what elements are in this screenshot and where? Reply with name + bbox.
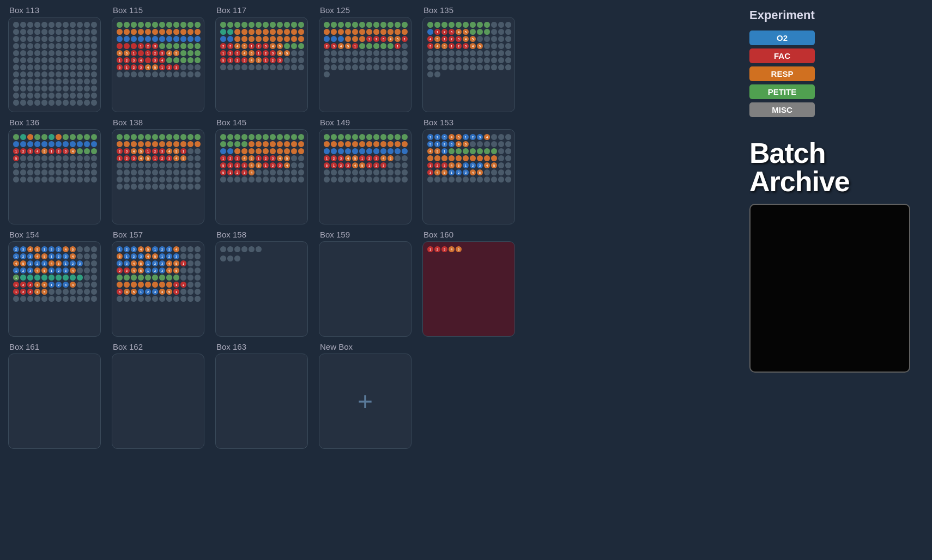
dot bbox=[373, 148, 379, 154]
dot bbox=[463, 50, 469, 56]
box-115-card[interactable]: 123 45112345 123434 512345123 bbox=[112, 17, 204, 112]
dot bbox=[63, 86, 69, 92]
box-135-dots: 12345 4512345 34512345 bbox=[426, 21, 511, 78]
new-box-card[interactable]: + bbox=[319, 354, 411, 449]
dot bbox=[227, 134, 233, 140]
dot bbox=[77, 148, 83, 154]
dot bbox=[20, 275, 26, 281]
legend-petite[interactable]: PETITE bbox=[749, 84, 815, 99]
dot bbox=[84, 78, 90, 84]
dot: 1 bbox=[324, 155, 330, 161]
dot bbox=[70, 93, 76, 99]
dot bbox=[366, 50, 372, 56]
dot bbox=[84, 176, 90, 182]
dot bbox=[77, 93, 83, 99]
dot bbox=[124, 141, 130, 147]
dot bbox=[345, 36, 351, 42]
dot bbox=[359, 29, 365, 35]
dot: 2 bbox=[180, 282, 186, 288]
dot bbox=[338, 29, 344, 35]
box-113-card[interactable] bbox=[8, 17, 101, 112]
box-158-card[interactable] bbox=[215, 241, 308, 337]
dot: 2 bbox=[152, 260, 158, 266]
dot bbox=[27, 64, 33, 70]
dot: 2 bbox=[166, 64, 172, 70]
dot bbox=[234, 29, 240, 35]
dot bbox=[395, 162, 401, 168]
dot: 3 bbox=[449, 141, 455, 147]
box-154-card[interactable]: 234512345 123451234 4512345123 123451234… bbox=[8, 241, 101, 337]
box-135-card[interactable]: 12345 4512345 34512345 bbox=[422, 17, 515, 112]
dot: 4 bbox=[145, 64, 151, 70]
dot bbox=[298, 36, 304, 42]
dot: 4 bbox=[70, 267, 76, 273]
box-145-card[interactable]: 1234512345 5123451234 51234 bbox=[215, 129, 308, 224]
dot: 5 bbox=[131, 289, 137, 295]
dot bbox=[152, 296, 158, 302]
dot bbox=[91, 93, 97, 99]
box-125-card[interactable]: 123451 234511 bbox=[319, 17, 411, 112]
box-159-card[interactable] bbox=[319, 241, 411, 337]
dot bbox=[484, 64, 490, 70]
box-153-card[interactable]: 123451234 512345 451 1234512345 34512345 bbox=[422, 129, 515, 224]
dot bbox=[298, 162, 304, 168]
box-163-card[interactable] bbox=[215, 354, 308, 449]
dot bbox=[227, 22, 233, 28]
dot bbox=[138, 134, 144, 140]
dot bbox=[402, 64, 408, 70]
box-138-card[interactable]: 2345123451 1234512345 bbox=[112, 129, 204, 224]
box-160-card[interactable]: 1 2 3 4 5 bbox=[422, 241, 515, 337]
dot: 3 bbox=[173, 253, 179, 259]
legend-o2[interactable]: O2 bbox=[749, 31, 815, 45]
legend-fac[interactable]: FAC bbox=[749, 48, 815, 63]
dot: 5 bbox=[345, 43, 351, 49]
box-162-card[interactable] bbox=[112, 354, 204, 449]
dot bbox=[84, 22, 90, 28]
dot bbox=[187, 176, 193, 182]
dot bbox=[124, 282, 130, 288]
dot bbox=[449, 57, 455, 63]
dot bbox=[152, 71, 158, 77]
dot: 1 bbox=[13, 275, 19, 281]
dot bbox=[505, 57, 511, 63]
dot: 2 bbox=[159, 246, 165, 252]
dot bbox=[131, 176, 137, 182]
dot bbox=[373, 29, 379, 35]
dot bbox=[359, 22, 365, 28]
dot bbox=[498, 64, 504, 70]
dot bbox=[434, 22, 440, 28]
box-157-card[interactable]: 123451234 512345123 2345123451 234512345… bbox=[112, 241, 204, 337]
dot bbox=[366, 141, 372, 147]
dot bbox=[180, 141, 186, 147]
dot bbox=[117, 71, 123, 77]
dot: 3 bbox=[131, 246, 137, 252]
dot bbox=[63, 29, 69, 35]
dot bbox=[173, 141, 179, 147]
dot: 4 bbox=[249, 169, 255, 175]
legend-misc[interactable]: MISC bbox=[749, 102, 815, 117]
dot: 3 bbox=[173, 64, 179, 70]
dot: 4 bbox=[34, 148, 40, 154]
dot: 5 bbox=[173, 50, 179, 56]
dot: 3 bbox=[159, 50, 165, 56]
dot bbox=[152, 169, 158, 175]
dot bbox=[77, 169, 83, 175]
box-136-card[interactable]: 123451234 5 bbox=[8, 129, 101, 224]
dot bbox=[477, 141, 483, 147]
dot bbox=[195, 36, 201, 42]
dot bbox=[220, 36, 226, 42]
box-117-card[interactable]: 234512345 1234512345 512345123 bbox=[215, 17, 308, 112]
dot bbox=[270, 148, 276, 154]
dot bbox=[291, 148, 297, 154]
dot: 5 bbox=[152, 64, 158, 70]
dot bbox=[463, 57, 469, 63]
dot bbox=[152, 36, 158, 42]
dot bbox=[145, 29, 151, 35]
box-149-card[interactable]: 1234512345 512345123 bbox=[319, 129, 411, 224]
dot bbox=[427, 29, 433, 35]
box-161-card[interactable] bbox=[8, 354, 101, 449]
dot bbox=[291, 155, 297, 161]
dot bbox=[256, 141, 262, 147]
legend-resp[interactable]: RESP bbox=[749, 66, 815, 81]
batch-archive-panel[interactable] bbox=[749, 204, 910, 373]
